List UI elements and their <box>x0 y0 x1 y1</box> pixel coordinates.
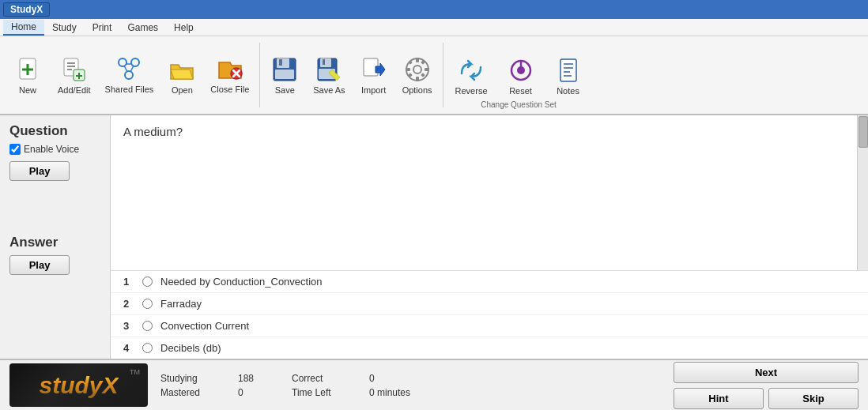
save-label: Save <box>275 85 295 95</box>
svg-rect-21 <box>279 59 282 66</box>
answer-row-1[interactable]: 1 Needed by Conduction_Convection <box>111 271 868 293</box>
svg-point-12 <box>125 71 133 79</box>
open-button[interactable]: Open <box>160 38 203 112</box>
action-buttons: Next Hint Skip <box>674 362 859 409</box>
enable-voice-checkbox[interactable] <box>9 144 21 155</box>
time-left-label: Time Left <box>292 387 363 398</box>
studying-label: Studying <box>160 373 232 384</box>
menu-games[interactable]: Games <box>119 21 166 35</box>
svg-rect-32 <box>416 77 419 81</box>
question-scrollbar[interactable] <box>857 115 868 270</box>
menu-print[interactable]: Print <box>85 21 120 35</box>
close-file-label: Close File <box>210 85 249 95</box>
svg-line-15 <box>130 66 134 72</box>
answer-text-4: Decibels (db) <box>160 342 221 354</box>
ribbon: New Add/Edit Shared Files <box>0 36 868 115</box>
hint-button[interactable]: Hint <box>674 388 764 409</box>
shared-files-button[interactable]: Shared Files <box>98 38 161 112</box>
left-panel: Question Enable Voice Play Answer Play <box>0 115 111 359</box>
svg-rect-34 <box>425 68 429 71</box>
notes-button[interactable]: Notes <box>545 53 591 99</box>
ribbon-separator-2 <box>443 43 443 107</box>
change-question-set-group: Reverse Reset Note <box>447 38 591 112</box>
logo-text: studyX <box>39 372 118 399</box>
answer-num-2: 2 <box>123 298 134 310</box>
menu-help[interactable]: Help <box>166 21 202 35</box>
new-button[interactable]: New <box>5 38 51 112</box>
notes-label: Notes <box>557 86 579 96</box>
enable-voice-label: Enable Voice <box>24 144 79 155</box>
main-content: Question Enable Voice Play Answer Play A… <box>0 115 868 359</box>
import-button[interactable]: Import <box>353 38 395 112</box>
import-label: Import <box>361 85 386 95</box>
logo-tm: TM <box>130 368 140 376</box>
svg-point-30 <box>413 66 421 73</box>
answer-text-2: Farraday <box>160 298 202 310</box>
notes-icon <box>554 56 583 85</box>
options-button[interactable]: Options <box>395 38 440 112</box>
menu-study[interactable]: Study <box>44 21 85 35</box>
cqs-buttons: Reverse Reset Note <box>447 53 591 99</box>
studyx-logo: studyX TM <box>9 363 148 407</box>
svg-rect-22 <box>275 70 294 79</box>
answer-row-2[interactable]: 2 Farraday <box>111 293 868 315</box>
answer-row-4[interactable]: 4 Decibels (db) <box>111 337 868 359</box>
answer-radio-1[interactable] <box>142 276 153 287</box>
add-edit-button[interactable]: Add/Edit <box>51 38 98 112</box>
mastered-value: 0 <box>238 387 285 398</box>
answer-radio-3[interactable] <box>142 321 153 331</box>
svg-line-14 <box>124 66 127 72</box>
mastered-label: Mastered <box>160 387 232 398</box>
menu-home[interactable]: Home <box>3 20 44 36</box>
svg-point-10 <box>119 58 126 66</box>
open-icon <box>168 55 196 84</box>
svg-rect-20 <box>277 58 289 68</box>
bottom-bar: studyX TM Studying 188 Correct 0 Mastere… <box>0 359 868 410</box>
add-edit-icon <box>60 55 89 84</box>
menu-bar: Home Study Print Games Help <box>0 19 868 36</box>
question-section-title: Question <box>9 123 100 139</box>
import-icon <box>360 55 388 84</box>
add-edit-label: Add/Edit <box>58 85 91 95</box>
answer-section-title: Answer <box>9 235 100 250</box>
save-as-label: Save As <box>313 85 345 95</box>
svg-point-40 <box>517 66 525 74</box>
answer-play-button[interactable]: Play <box>9 255 70 275</box>
answer-text-1: Needed by Conduction_Convection <box>160 276 323 288</box>
reset-label: Reset <box>509 86 532 96</box>
answers-area: 1 Needed by Conduction_Convection 2 Farr… <box>111 270 868 359</box>
answer-radio-2[interactable] <box>142 299 153 309</box>
open-label: Open <box>172 85 193 95</box>
svg-rect-38 <box>421 73 425 77</box>
save-as-button[interactable]: Save As <box>306 38 352 112</box>
answer-radio-4[interactable] <box>142 343 153 353</box>
svg-rect-31 <box>416 58 419 62</box>
next-button[interactable]: Next <box>674 362 859 383</box>
studying-value: 188 <box>238 373 285 384</box>
stats-grid: Studying 188 Correct 0 Mastered 0 Time L… <box>160 373 448 398</box>
reset-icon <box>507 56 535 85</box>
new-label: New <box>19 85 36 95</box>
question-text: A medium? <box>111 115 857 270</box>
reset-button[interactable]: Reset <box>498 53 544 99</box>
save-as-icon <box>315 55 343 84</box>
right-content: A medium? 1 Needed by Conduction_Convect… <box>111 115 868 359</box>
close-file-icon <box>216 55 244 83</box>
answer-text-3: Convection Current <box>160 320 249 332</box>
answer-num-4: 4 <box>123 342 134 354</box>
svg-rect-24 <box>320 58 331 67</box>
svg-point-11 <box>131 58 139 66</box>
reverse-icon <box>457 56 485 85</box>
answer-row-3[interactable]: 3 Convection Current <box>111 315 868 337</box>
save-button[interactable]: Save <box>263 38 306 112</box>
correct-value: 0 <box>369 373 448 384</box>
hint-skip-row: Hint Skip <box>674 388 859 409</box>
skip-button[interactable]: Skip <box>768 388 859 409</box>
reverse-button[interactable]: Reverse <box>447 53 496 99</box>
question-play-button[interactable]: Play <box>9 161 70 181</box>
ribbon-separator-1 <box>259 43 260 107</box>
svg-rect-42 <box>560 59 576 81</box>
close-file-button[interactable]: Close File <box>203 38 256 112</box>
answer-num-3: 3 <box>123 320 134 332</box>
svg-rect-25 <box>323 59 325 65</box>
